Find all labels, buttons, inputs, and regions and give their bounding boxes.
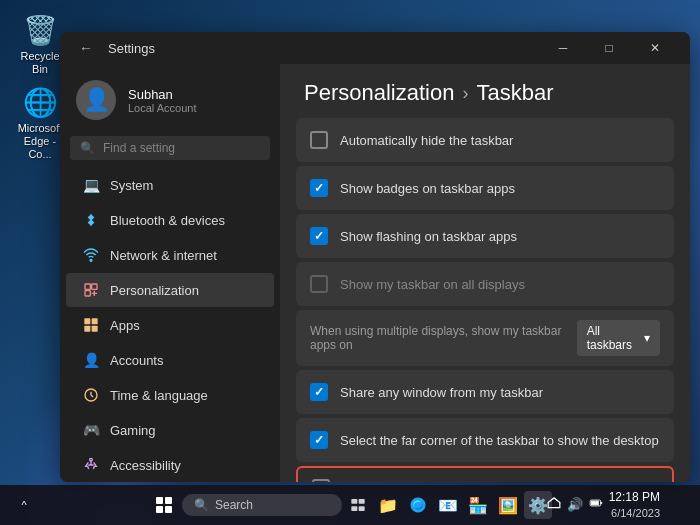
share-window-checkmark: ✓	[314, 385, 324, 399]
accessibility-icon	[82, 456, 100, 474]
taskbar-search-label: Search	[215, 498, 253, 512]
sidebar-item-gaming[interactable]: 🎮 Gaming	[66, 413, 274, 447]
window-title: Settings	[108, 41, 155, 56]
show-seconds-label: Show seconds in system tray clock (uses …	[342, 481, 658, 483]
network-label: Network & internet	[110, 248, 217, 263]
back-button[interactable]: ←	[72, 34, 100, 62]
settings-window: ← Settings ─ □ ✕ 👤 Subhan Local Account	[60, 32, 690, 482]
multi-display-item: Show my taskbar on all displays	[296, 262, 674, 306]
badges-label: Show badges on taskbar apps	[340, 181, 660, 196]
svg-rect-11	[351, 499, 357, 504]
bluetooth-label: Bluetooth & devices	[110, 213, 225, 228]
flashing-checkbox[interactable]: ✓	[310, 227, 328, 245]
multi-display-dropdown-label: When using multiple displays, show my ta…	[310, 324, 565, 352]
gaming-icon: 🎮	[82, 421, 100, 439]
svg-rect-3	[85, 291, 90, 296]
svg-rect-4	[84, 318, 90, 324]
flashing-item: ✓ Show flashing on taskbar apps	[296, 214, 674, 258]
auto-hide-checkbox[interactable]	[310, 131, 328, 149]
avatar: 👤	[76, 80, 116, 120]
show-seconds-checkbox[interactable]	[312, 479, 330, 482]
sidebar-item-personalization[interactable]: Personalization	[66, 273, 274, 307]
flashing-checkmark: ✓	[314, 229, 324, 243]
minimize-button[interactable]: ─	[540, 32, 586, 64]
svg-rect-14	[359, 506, 365, 511]
title-bar-left: ← Settings	[72, 34, 155, 62]
system-icon: 💻	[82, 176, 100, 194]
taskbar-explorer-icon[interactable]: 📁	[374, 491, 402, 519]
date-text: 6/14/2023	[609, 506, 660, 520]
user-profile[interactable]: 👤 Subhan Local Account	[60, 72, 280, 136]
auto-hide-item: Automatically hide the taskbar	[296, 118, 674, 162]
gaming-label: Gaming	[110, 423, 156, 438]
taskbar-edge-icon[interactable]	[404, 491, 432, 519]
taskbar-left: ^	[8, 489, 40, 521]
svg-rect-12	[359, 499, 365, 504]
network-icon	[82, 246, 100, 264]
sidebar-item-apps[interactable]: Apps	[66, 308, 274, 342]
multi-display-label: Show my taskbar on all displays	[340, 277, 660, 292]
svg-rect-1	[85, 284, 90, 289]
sidebar-item-network[interactable]: Network & internet	[66, 238, 274, 272]
start-button[interactable]	[148, 489, 180, 521]
main-content: Personalization › Taskbar Automatically …	[280, 64, 690, 482]
maximize-button[interactable]: □	[586, 32, 632, 64]
all-taskbars-dropdown[interactable]: All taskbars ▾	[577, 320, 660, 356]
desktop: 🗑️ Recycle Bin 🌐 Microsoft Edge - Co... …	[0, 0, 700, 525]
far-corner-item: ✓ Select the far corner of the taskbar t…	[296, 418, 674, 462]
volume-tray-icon[interactable]: 🔊	[565, 495, 585, 514]
sidebar-item-system[interactable]: 💻 System	[66, 168, 274, 202]
svg-point-0	[90, 259, 92, 261]
taskbar-settings-icon[interactable]: ⚙️	[524, 491, 552, 519]
sidebar-item-bluetooth[interactable]: Bluetooth & devices	[66, 203, 274, 237]
accounts-icon: 👤	[82, 351, 100, 369]
edge-img: 🌐	[22, 84, 58, 120]
show-seconds-item: Show seconds in system tray clock (uses …	[296, 466, 674, 482]
badges-checkbox[interactable]: ✓	[310, 179, 328, 197]
auto-hide-label: Automatically hide the taskbar	[340, 133, 660, 148]
recycle-bin-img: 🗑️	[22, 12, 58, 48]
personalization-icon	[82, 281, 100, 299]
far-corner-checkbox[interactable]: ✓	[310, 431, 328, 449]
svg-rect-6	[84, 326, 90, 332]
taskbar-store-icon[interactable]: 🏪	[464, 491, 492, 519]
share-window-checkbox[interactable]: ✓	[310, 383, 328, 401]
svg-rect-5	[92, 318, 98, 324]
multi-display-dropdown-section: When using multiple displays, show my ta…	[296, 310, 674, 366]
accessibility-label: Accessibility	[110, 458, 181, 473]
svg-rect-13	[351, 506, 357, 511]
sidebar-search[interactable]: 🔍 Find a setting	[70, 136, 270, 160]
time-text: 12:18 PM	[609, 490, 660, 506]
sidebar-item-accessibility[interactable]: Accessibility	[66, 448, 274, 482]
svg-rect-2	[92, 284, 97, 289]
breadcrumb-parent: Personalization	[304, 80, 454, 106]
taskbar-search[interactable]: 🔍 Search	[182, 494, 342, 516]
share-window-label: Share any window from my taskbar	[340, 385, 660, 400]
time-icon	[82, 386, 100, 404]
title-bar: ← Settings ─ □ ✕	[60, 32, 690, 64]
time-display[interactable]: 12:18 PM 6/14/2023	[609, 490, 660, 520]
system-tray-chevron[interactable]: ^	[8, 489, 40, 521]
settings-body: 👤 Subhan Local Account 🔍 Find a setting …	[60, 64, 690, 482]
svg-rect-7	[92, 326, 98, 332]
breadcrumb-separator: ›	[462, 83, 468, 104]
taskbar-photos-icon[interactable]: 🖼️	[494, 491, 522, 519]
apps-icon	[82, 316, 100, 334]
share-window-item: ✓ Share any window from my taskbar	[296, 370, 674, 414]
battery-tray-icon[interactable]	[587, 494, 605, 515]
far-corner-label: Select the far corner of the taskbar to …	[340, 433, 660, 448]
sidebar-item-accounts[interactable]: 👤 Accounts	[66, 343, 274, 377]
user-type: Local Account	[128, 102, 197, 114]
task-view-button[interactable]	[344, 491, 372, 519]
sidebar-item-time[interactable]: Time & language	[66, 378, 274, 412]
taskbar-right: ^ 🔊 12:18 PM 6/1	[533, 490, 692, 520]
close-button[interactable]: ✕	[632, 32, 678, 64]
window-controls: ─ □ ✕	[540, 32, 678, 64]
system-label: System	[110, 178, 153, 193]
windows-logo	[156, 497, 172, 513]
multi-display-checkbox[interactable]	[310, 275, 328, 293]
bluetooth-icon	[82, 211, 100, 229]
taskbar-mail-icon[interactable]: 📧	[434, 491, 462, 519]
notification-button[interactable]	[664, 491, 692, 519]
svg-rect-16	[591, 502, 598, 506]
